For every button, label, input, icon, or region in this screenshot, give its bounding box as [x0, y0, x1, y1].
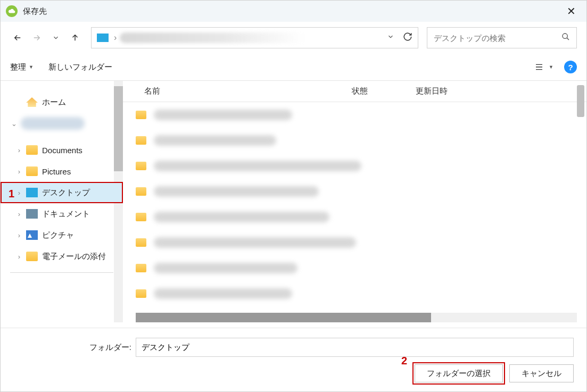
annotation-2: 2 [401, 355, 407, 367]
location-icon [97, 34, 109, 42]
address-bar[interactable]: › [91, 27, 418, 48]
back-button[interactable] [10, 30, 25, 45]
tree-item-Documents[interactable]: ›Documents [1, 139, 123, 161]
folder-icon [136, 162, 146, 170]
tree-divider [10, 272, 113, 273]
new-folder-button[interactable]: 新しいフォルダー [48, 62, 112, 72]
horizontal-scrollbar[interactable] [136, 313, 577, 322]
nav-tree: ホーム⌄›Documents›Pictures›デスクトップ›ドキュメント›ピク… [1, 81, 123, 322]
vertical-scrollbar[interactable] [577, 85, 584, 117]
tree-item-電子メールの添付[interactable]: ›電子メールの添付 [1, 246, 123, 267]
tree-item-Pictures[interactable]: ›Pictures [1, 161, 123, 182]
folder-icon [136, 213, 146, 221]
dialog-footer: フォルダー: フォルダーの選択 キャンセル [1, 328, 586, 391]
row-name-blurred [154, 110, 292, 120]
tree-item-blurred[interactable]: ⌄ [1, 113, 123, 134]
pic-icon [26, 230, 38, 240]
history-dropdown[interactable] [48, 30, 63, 45]
list-row[interactable] [123, 102, 586, 128]
titlebar: 保存先 ✕ [1, 1, 586, 22]
doc-icon [26, 209, 38, 219]
tree-item-label: ピクチャ [42, 230, 74, 240]
chevron-icon[interactable]: › [15, 253, 23, 261]
list-row[interactable] [123, 128, 586, 153]
cancel-button[interactable]: キャンセル [509, 364, 574, 382]
tree-item-label: ドキュメント [42, 209, 90, 219]
list-header: 名前 状態 更新日時 [123, 81, 586, 102]
tree-item-ホーム[interactable]: ホーム [1, 91, 123, 113]
col-name[interactable]: 名前 [123, 86, 352, 96]
refresh-icon[interactable] [403, 32, 412, 44]
tree-item-デスクトップ[interactable]: ›デスクトップ [1, 182, 123, 203]
search-input[interactable] [434, 34, 561, 43]
chevron-icon[interactable]: › [15, 189, 23, 197]
window-title: 保存先 [23, 6, 47, 16]
breadcrumb-sep: › [114, 33, 117, 43]
organize-menu[interactable]: 整理▼ [10, 62, 34, 72]
folder-icon [26, 252, 38, 261]
chevron-icon[interactable]: ⌄ [10, 120, 18, 128]
toolbar: 整理▼ 新しいフォルダー ▼ ? [1, 54, 586, 80]
folder-icon [136, 111, 146, 119]
chevron-down-icon[interactable] [387, 33, 394, 43]
desktop-icon [26, 188, 38, 197]
row-name-blurred [154, 263, 297, 273]
list-row[interactable] [123, 281, 586, 306]
annotation-1: 1 [9, 188, 14, 200]
row-name-blurred [154, 237, 356, 248]
home-icon [26, 97, 38, 107]
search-box[interactable] [427, 27, 577, 48]
tree-item-label: Documents [42, 146, 82, 155]
row-name-blurred [154, 288, 292, 299]
tree-item-label: ホーム [42, 97, 66, 107]
blurred-label [21, 117, 85, 130]
svg-point-0 [563, 34, 567, 38]
folder-icon [136, 289, 146, 298]
app-icon [6, 5, 18, 17]
folder-icon [136, 136, 146, 145]
row-name-blurred [154, 186, 319, 197]
folder-name-input[interactable] [136, 338, 574, 357]
forward-button[interactable] [29, 30, 44, 45]
select-folder-button[interactable]: フォルダーの選択 [415, 364, 503, 382]
chevron-icon[interactable]: › [15, 168, 23, 176]
list-row[interactable] [123, 153, 586, 179]
tree-item-ドキュメント[interactable]: ›ドキュメント [1, 203, 123, 224]
folder-icon [136, 264, 146, 272]
chevron-icon[interactable]: › [15, 210, 23, 218]
col-date[interactable]: 更新日時 [416, 86, 586, 96]
list-row[interactable] [123, 204, 586, 230]
folder-icon [26, 166, 38, 176]
help-icon[interactable]: ? [564, 61, 577, 73]
chevron-icon[interactable]: › [15, 146, 23, 154]
tree-item-label: デスクトップ [42, 188, 90, 198]
list-row[interactable] [123, 230, 586, 255]
col-status[interactable]: 状態 [352, 86, 416, 96]
file-list: 名前 状態 更新日時 [123, 81, 586, 322]
address-path-blurred [120, 32, 383, 43]
row-name-blurred [154, 212, 329, 222]
folder-label: フォルダー: [13, 343, 136, 353]
folder-icon [136, 187, 146, 196]
folder-icon [26, 145, 38, 155]
view-options[interactable]: ▼ [534, 63, 553, 71]
chevron-icon[interactable]: › [15, 231, 23, 239]
nav-bar: › [1, 22, 586, 54]
list-row[interactable] [123, 255, 586, 281]
list-row[interactable] [123, 179, 586, 204]
row-name-blurred [154, 135, 276, 146]
search-icon[interactable] [561, 32, 570, 43]
tree-item-label: 電子メールの添付 [42, 252, 106, 262]
close-icon[interactable]: ✕ [561, 3, 581, 20]
tree-item-ピクチャ[interactable]: ›ピクチャ [1, 224, 123, 246]
tree-item-label: Pictures [42, 167, 71, 176]
row-name-blurred [154, 161, 361, 171]
folder-icon [136, 238, 146, 247]
up-button[interactable] [68, 30, 82, 45]
